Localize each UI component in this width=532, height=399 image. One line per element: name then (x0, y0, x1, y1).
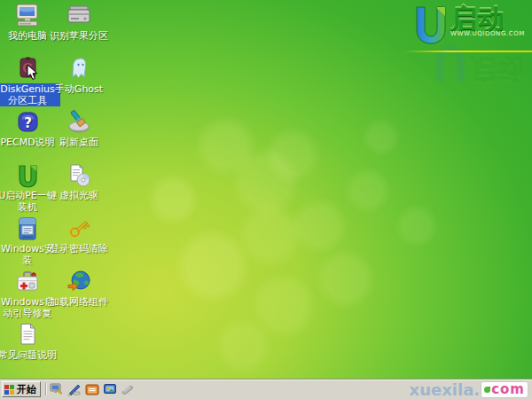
icon-label: 识别苹果分区 (48, 30, 110, 42)
logo-url-text: WWW.UQIDONG.COM (450, 30, 525, 37)
desktop-icon-boot-repair[interactable]: Windows启动引导修复 (2, 269, 53, 319)
watermark-suffix: com (491, 381, 525, 397)
desktop-icon-pecmd-help[interactable]: ? PECMD说明 (2, 109, 53, 148)
logo-brand-text: 启动 (450, 4, 525, 34)
show-desktop-icon[interactable] (50, 382, 64, 396)
network-globe-icon (66, 269, 92, 295)
desktop-icon-refresh-desktop[interactable]: 刷新桌面 (53, 109, 105, 148)
pen-icon[interactable] (67, 382, 82, 396)
desktop-icon-uqidong-pe-install[interactable]: U启动PE一键装机 (2, 162, 53, 213)
virtual-cd-icon (66, 162, 92, 189)
icon-label: 虚拟光驱 (58, 190, 100, 201)
icon-label: U启动PE一键装机 (0, 190, 60, 213)
icon-label: 常见问题说明 (0, 349, 59, 361)
desktop-icon-virtual-cd[interactable]: 虚拟光驱 (53, 162, 105, 201)
desktop-icon-load-network[interactable]: 加载网络组件 (53, 269, 105, 308)
mouse-cursor (27, 64, 38, 84)
start-button[interactable]: 开始 (2, 381, 41, 397)
leaf-icon (484, 387, 490, 393)
icon-label: 手动Ghost (53, 83, 105, 95)
desktop-icon-faq[interactable]: 常见问题说明 (2, 322, 53, 361)
desktop: 启动 WWW.UQIDONG.COM 启动 我的电脑 (0, 0, 532, 399)
my-computer-icon (14, 3, 41, 29)
start-icon (4, 385, 14, 395)
watermark-prefix: xuexila. (410, 380, 481, 399)
icon-label: 刷新桌面 (58, 137, 100, 148)
disk-icon[interactable] (121, 382, 135, 396)
taskbar-divider (45, 383, 46, 395)
file-manager-icon[interactable] (85, 382, 99, 396)
quick-launch (50, 382, 135, 396)
uqidong-pe-icon (14, 162, 41, 189)
start-label: 开始 (17, 383, 36, 396)
windows-install-icon (14, 215, 41, 242)
watermark-badge: com (481, 381, 528, 398)
password-key-icon (66, 215, 92, 242)
icon-label: PECMD说明 (0, 137, 57, 148)
display-settings-icon[interactable] (103, 382, 117, 396)
boot-repair-icon (14, 269, 41, 295)
desktop-icon-manual-ghost[interactable]: 手动Ghost (53, 56, 105, 95)
icon-label: DiskGenius分区工具 (0, 83, 60, 106)
desktop-icon-windows-install[interactable]: Windows安装 (2, 215, 53, 266)
desktop-icon-password-clear[interactable]: 登录密码清除 (53, 215, 105, 254)
logo-u-icon (410, 4, 450, 44)
watermark: xuexila.com (410, 380, 528, 399)
help-icon: ? (14, 109, 41, 136)
ghost-icon (66, 56, 92, 82)
taskbar: 开始 xuexila.com (0, 379, 532, 399)
icon-label: 登录密码清除 (48, 243, 110, 254)
desktop-icon-apple-partition[interactable]: 识别苹果分区 (53, 3, 105, 42)
apple-partition-icon (66, 3, 92, 29)
uqidong-logo: 启动 WWW.UQIDONG.COM 启动 (392, 4, 525, 66)
icon-label: 我的电脑 (6, 30, 49, 42)
desktop-icon-my-computer[interactable]: 我的电脑 (2, 3, 53, 42)
accent-line (403, 51, 532, 52)
refresh-desktop-icon (66, 109, 92, 136)
faq-document-icon (14, 322, 41, 348)
svg-text:?: ? (24, 115, 32, 131)
icon-label: 加载网络组件 (48, 296, 110, 308)
